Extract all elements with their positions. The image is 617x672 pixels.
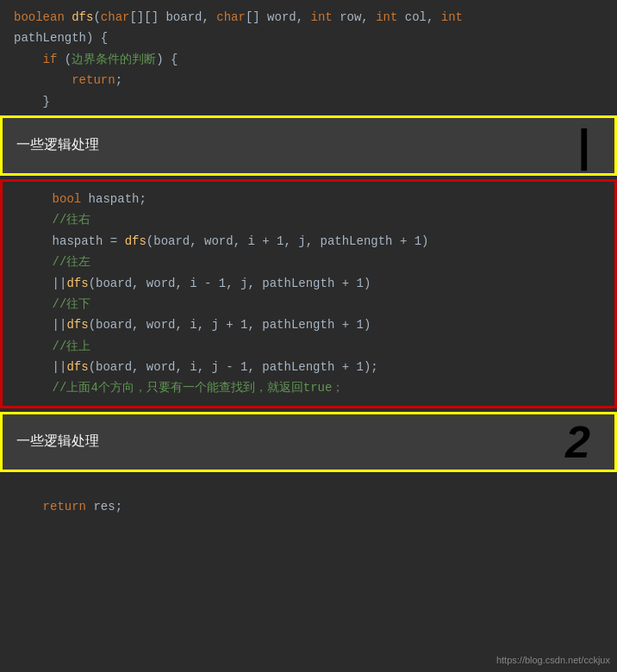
red-line-4: //往左 bbox=[3, 252, 614, 272]
footer-blank bbox=[0, 476, 617, 496]
yellow-box-2: 一些逻辑处理 2 bbox=[0, 412, 617, 472]
red-line-1: bool haspath; bbox=[3, 189, 614, 209]
yellow-box-1: 一些逻辑处理 | bbox=[0, 115, 617, 176]
code-line-2: pathLength) { bbox=[0, 28, 617, 48]
red-line-6: //往下 bbox=[3, 294, 614, 314]
code-line-5: } bbox=[0, 91, 617, 112]
number-2-icon: 2 bbox=[565, 420, 590, 464]
red-line-8: //往上 bbox=[3, 336, 614, 357]
code-line-4: return; bbox=[0, 70, 617, 90]
red-line-2: //往右 bbox=[3, 209, 614, 230]
footer-return: return res; bbox=[0, 496, 617, 517]
red-line-10: //上面4个方向，只要有一个能查找到，就返回true； bbox=[3, 377, 614, 398]
number-1-icon: | bbox=[577, 123, 590, 168]
red-line-9: ||dfs(board, word, i, j - 1, pathLength … bbox=[3, 357, 614, 377]
code-editor: boolean dfs(char[][] board, char[] word,… bbox=[0, 0, 617, 525]
yellow-box-1-label: 一些逻辑处理 bbox=[16, 136, 99, 154]
yellow-box-2-label: 一些逻辑处理 bbox=[16, 432, 99, 451]
watermark: https://blog.csdn.net/cckjux bbox=[496, 655, 610, 665]
code-line-3: if (边界条件的判断) { bbox=[0, 49, 617, 70]
red-line-5: ||dfs(board, word, i - 1, j, pathLength … bbox=[3, 273, 614, 294]
red-line-3: haspath = dfs(board, word, i + 1, j, pat… bbox=[3, 231, 614, 252]
red-line-7: ||dfs(board, word, i, j + 1, pathLength … bbox=[3, 314, 614, 335]
red-box: bool haspath; //往右 haspath = dfs(board, … bbox=[0, 179, 617, 408]
code-line-1: boolean dfs(char[][] board, char[] word,… bbox=[0, 7, 617, 28]
